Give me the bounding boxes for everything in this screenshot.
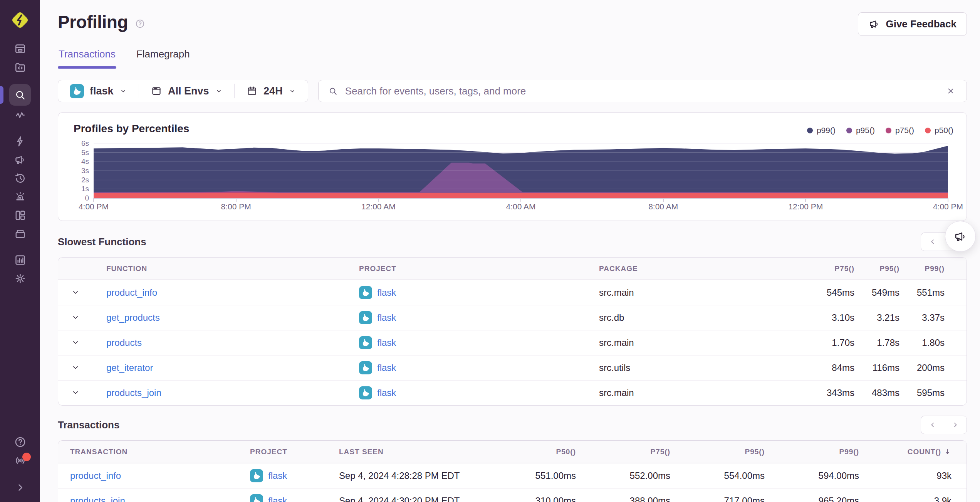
sidebar-nav bbox=[0, 39, 40, 288]
environment-filter[interactable]: All Envs bbox=[139, 80, 234, 102]
column-header-project[interactable]: PROJECT bbox=[250, 448, 339, 456]
p75-cell: 552.00ms bbox=[576, 470, 670, 481]
previous-page-button[interactable] bbox=[921, 416, 944, 434]
transactions-table: TRANSACTIONPROJECTLAST SEENP50()P75()P95… bbox=[58, 440, 967, 502]
sidebar-item-alerts[interactable] bbox=[0, 187, 40, 206]
question-circle-icon[interactable] bbox=[135, 19, 145, 29]
p95-cell: 549ms bbox=[854, 287, 899, 298]
sidebar-item-quickstart[interactable] bbox=[0, 132, 40, 150]
chart-x-axis: 4:00 PM8:00 PM12:00 AM4:00 AM8:00 AM12:0… bbox=[94, 202, 948, 214]
environment-filter-label: All Envs bbox=[168, 85, 209, 97]
x-tick bbox=[93, 198, 94, 202]
sidebar-item-replays[interactable] bbox=[0, 169, 40, 187]
column-header-project[interactable]: PROJECT bbox=[359, 264, 599, 273]
tab-transactions[interactable]: Transactions bbox=[59, 48, 116, 68]
sidebar-item-explore[interactable] bbox=[0, 84, 40, 106]
sidebar-footer-collapse[interactable] bbox=[0, 478, 40, 497]
function-link[interactable]: get_iterator bbox=[106, 362, 153, 373]
table-row: get_productsflasksrc.db3.10s3.21s3.37s bbox=[58, 305, 967, 330]
project-link[interactable]: flask bbox=[377, 312, 396, 323]
column-header-p75[interactable]: P75() bbox=[809, 264, 854, 273]
close-icon bbox=[946, 86, 956, 96]
sidebar-footer-help[interactable] bbox=[0, 433, 40, 451]
flask-project-icon bbox=[250, 469, 263, 482]
main-content: Profiling Give Feedback TransactionsFlam… bbox=[40, 0, 980, 502]
count-cell: 93k bbox=[859, 470, 951, 481]
sidebar-footer-whats-new[interactable] bbox=[0, 451, 40, 470]
column-header-p95[interactable]: P95() bbox=[670, 448, 765, 456]
search-input[interactable] bbox=[344, 85, 940, 98]
date-range-filter-label: 24H bbox=[263, 85, 283, 97]
function-link[interactable]: products bbox=[106, 337, 142, 348]
function-link[interactable]: products_join bbox=[106, 387, 161, 398]
table-row: products_joinflaskSep 4, 2024 4:30:20 PM… bbox=[58, 488, 967, 502]
project-cell: flask bbox=[250, 494, 339, 502]
legend-item-p50[interactable]: p50() bbox=[925, 126, 953, 135]
column-header-p50[interactable]: P50() bbox=[482, 448, 576, 456]
project-link[interactable]: flask bbox=[268, 495, 287, 502]
last-seen-cell: Sep 4, 2024 4:28:28 PM EDT bbox=[339, 470, 482, 481]
expand-row-button[interactable] bbox=[69, 335, 83, 349]
sidebar-item-stats[interactable] bbox=[0, 251, 40, 269]
transaction-link[interactable]: products_join bbox=[70, 495, 125, 502]
table-row: get_iteratorflasksrc.utils84ms116ms200ms bbox=[58, 355, 967, 380]
floating-feedback-button[interactable] bbox=[945, 221, 976, 252]
legend-item-p95[interactable]: p95() bbox=[846, 126, 875, 135]
column-header-p99[interactable]: P99() bbox=[899, 264, 945, 273]
chart-plot-area[interactable] bbox=[94, 143, 948, 198]
column-header-function[interactable]: FUNCTION bbox=[106, 264, 359, 273]
column-header-p75[interactable]: P75() bbox=[576, 448, 670, 456]
transaction-link[interactable]: product_info bbox=[70, 470, 121, 481]
window-icon bbox=[151, 85, 162, 97]
sidebar-item-issues[interactable] bbox=[0, 39, 40, 58]
sidebar-item-dashboards[interactable] bbox=[0, 206, 40, 224]
sidebar-item-settings[interactable] bbox=[0, 269, 40, 288]
next-page-button[interactable] bbox=[944, 416, 967, 434]
calendar-icon bbox=[246, 85, 258, 97]
p75-cell: 3.10s bbox=[809, 312, 854, 323]
legend-item-p75[interactable]: p75() bbox=[886, 126, 914, 135]
project-link[interactable]: flask bbox=[377, 287, 396, 298]
lightning-icon bbox=[9, 132, 31, 150]
sentry-logo-icon[interactable] bbox=[10, 10, 30, 30]
clock-history-icon bbox=[9, 169, 31, 187]
expand-cell bbox=[58, 285, 106, 300]
function-cell: get_iterator bbox=[106, 362, 359, 373]
x-tick-label: 12:00 AM bbox=[361, 202, 396, 211]
sidebar-item-performance[interactable] bbox=[0, 106, 40, 124]
sidebar-item-releases[interactable] bbox=[0, 224, 40, 243]
give-feedback-button[interactable]: Give Feedback bbox=[858, 12, 967, 36]
project-filter[interactable]: flask bbox=[58, 80, 139, 102]
project-link[interactable]: flask bbox=[377, 387, 396, 398]
bar-chart-icon bbox=[9, 251, 31, 269]
expand-row-button[interactable] bbox=[69, 310, 83, 324]
issues-icon bbox=[9, 39, 31, 58]
expand-row-button[interactable] bbox=[69, 285, 83, 299]
page-filter-group: flask All Envs 24H bbox=[58, 80, 308, 102]
function-cell: get_products bbox=[106, 312, 359, 323]
project-link[interactable]: flask bbox=[377, 337, 396, 348]
flask-project-icon bbox=[359, 311, 372, 324]
legend-item-p99[interactable]: p99() bbox=[807, 126, 836, 135]
date-range-filter[interactable]: 24H bbox=[235, 80, 308, 102]
function-link[interactable]: product_info bbox=[106, 287, 157, 298]
sidebar-item-projects[interactable] bbox=[0, 58, 40, 76]
expand-row-button[interactable] bbox=[69, 360, 83, 374]
column-header-count[interactable]: COUNT() bbox=[859, 448, 951, 456]
column-header-p95[interactable]: P95() bbox=[854, 264, 899, 273]
column-header-transaction[interactable]: TRANSACTION bbox=[70, 448, 250, 456]
project-link[interactable]: flask bbox=[268, 470, 287, 481]
p75-cell: 84ms bbox=[809, 362, 854, 373]
x-tick bbox=[948, 198, 948, 202]
tab-flamegraph[interactable]: Flamegraph bbox=[136, 48, 190, 68]
function-cell: product_info bbox=[106, 287, 359, 298]
column-header-p99[interactable]: P99() bbox=[765, 448, 859, 456]
function-link[interactable]: get_products bbox=[106, 312, 160, 323]
expand-row-button[interactable] bbox=[69, 386, 83, 399]
column-header-package[interactable]: PACKAGE bbox=[599, 264, 809, 273]
clear-search-button[interactable] bbox=[946, 85, 957, 97]
previous-page-button[interactable] bbox=[921, 232, 944, 251]
project-link[interactable]: flask bbox=[377, 362, 396, 373]
column-header-lastseen[interactable]: LAST SEEN bbox=[339, 448, 482, 456]
sidebar-item-feedback[interactable] bbox=[0, 150, 40, 169]
